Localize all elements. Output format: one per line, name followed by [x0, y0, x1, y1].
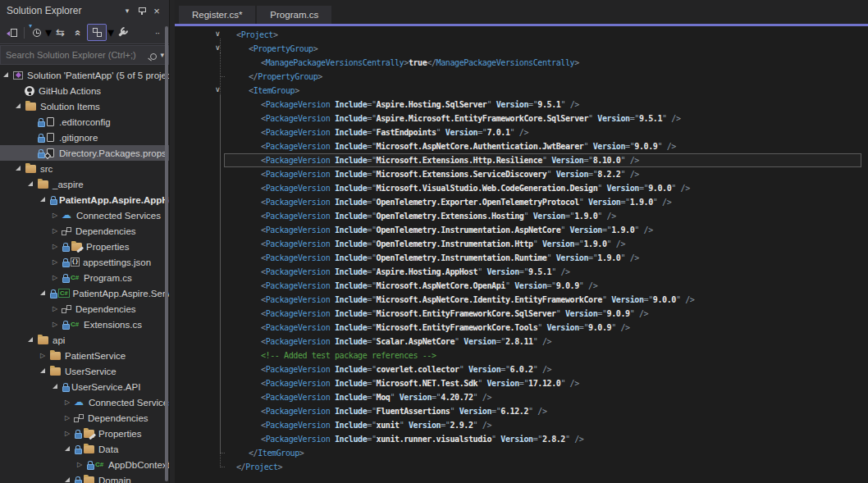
- panel-menu-button[interactable]: ▾: [120, 3, 135, 18]
- tree-item-dependencies[interactable]: ▷Dependencies: [0, 410, 170, 426]
- auto-hide-pin-button[interactable]: [135, 3, 149, 18]
- tree-item-aspire[interactable]: _aspire: [0, 176, 170, 192]
- code-line[interactable]: </ItemGroup>: [236, 446, 868, 460]
- editor-tab-register-cs[interactable]: Register.cs*: [179, 6, 255, 24]
- expander-expanded-icon[interactable]: [39, 195, 48, 204]
- expander-expanded-icon[interactable]: [14, 164, 23, 173]
- code-line[interactable]: <PackageVersion Include="OpenTelemetry.I…: [236, 223, 868, 237]
- expander-collapsed-icon[interactable]: ▷: [51, 242, 60, 251]
- pending-changes-filter-button[interactable]: [29, 24, 44, 42]
- tree-item-patientapp-aspire-servicedefaults[interactable]: C#PatientApp.Aspire.ServiceDefaults: [0, 285, 170, 301]
- expander-expanded-icon[interactable]: [63, 444, 72, 453]
- expander-collapsed-icon[interactable]: ▷: [51, 257, 60, 267]
- code-line[interactable]: <PackageVersion Include="Microsoft.Exten…: [236, 153, 868, 167]
- tree-item-userservice-api[interactable]: UserService.API: [0, 379, 170, 394]
- expander-expanded-icon[interactable]: [14, 102, 23, 111]
- code-line[interactable]: <PackageVersion Include="Aspire.Microsof…: [236, 112, 868, 125]
- tree-item-appdbcontext-cs[interactable]: ▷C#AppDbContext.cs: [0, 457, 170, 472]
- tree-item-gitignore[interactable]: .gitignore: [0, 130, 170, 145]
- code-line[interactable]: <ItemGroup>: [236, 84, 868, 98]
- tree-item-github-actions[interactable]: GitHub Actions: [0, 83, 170, 98]
- chevron-down-icon[interactable]: ▾: [45, 25, 52, 40]
- tree-item-extensions-cs[interactable]: ▷C#Extensions.cs: [0, 317, 170, 332]
- code-line[interactable]: <PackageVersion Include="Microsoft.NET.T…: [236, 376, 868, 390]
- code-line[interactable]: <ManagePackageVersionsCentrally>true</Ma…: [236, 56, 868, 70]
- code-line[interactable]: </Project>: [236, 460, 868, 474]
- fold-collapse-chevron-icon[interactable]: ∨: [215, 30, 221, 38]
- code-line[interactable]: <PackageVersion Include="OpenTelemetry.I…: [236, 237, 868, 251]
- code-line[interactable]: </PropertyGroup>: [236, 70, 868, 84]
- code-line[interactable]: <PackageVersion Include="Microsoft.Visua…: [236, 181, 868, 195]
- code-line[interactable]: <PackageVersion Include="FluentAssertion…: [236, 404, 868, 418]
- code-text-area[interactable]: <Project><PropertyGroup><ManagePackageVe…: [175, 26, 868, 474]
- tree-item-data[interactable]: Data: [0, 441, 170, 457]
- search-input[interactable]: [1, 50, 150, 60]
- code-line[interactable]: <PackageVersion Include="coverlet.collec…: [236, 362, 868, 376]
- tree-item-directory-packages-props[interactable]: Directory.Packages.props: [0, 145, 170, 161]
- expander-collapsed-icon[interactable]: ▷: [39, 351, 48, 360]
- code-line[interactable]: <PackageVersion Include="FastEndpoints" …: [236, 125, 868, 139]
- editor-tab-program-cs[interactable]: Program.cs: [257, 6, 331, 24]
- tree-item-properties[interactable]: ▷Properties: [0, 239, 170, 254]
- expander-expanded-icon[interactable]: [63, 476, 72, 483]
- code-line[interactable]: <PackageVersion Include="Microsoft.AspNe…: [236, 293, 868, 307]
- expander-collapsed-icon[interactable]: ▷: [51, 211, 60, 220]
- code-line[interactable]: <!-- Added test package references -->: [236, 349, 868, 362]
- code-line[interactable]: <PackageVersion Include="OpenTelemetry.I…: [236, 251, 868, 265]
- tree-item-src[interactable]: src: [0, 161, 170, 176]
- code-line[interactable]: <PackageVersion Include="Microsoft.AspNe…: [236, 279, 868, 293]
- tree-item-solution-patientapp-5-of-5-projects[interactable]: Solution 'PatientApp' (5 of 5 projects): [0, 67, 170, 83]
- tree-item-domain[interactable]: Domain: [0, 472, 170, 483]
- code-line[interactable]: <PackageVersion Include="Aspire.Hosting.…: [236, 98, 868, 112]
- expander-collapsed-icon[interactable]: ▷: [63, 429, 72, 438]
- expander-collapsed-icon[interactable]: ▷: [75, 460, 85, 469]
- code-line[interactable]: <PackageVersion Include="Microsoft.Exten…: [236, 167, 868, 181]
- expander-collapsed-icon[interactable]: ▷: [51, 320, 60, 329]
- code-line[interactable]: <PackageVersion Include="Microsoft.Entit…: [236, 321, 868, 335]
- tree-item-solution-items[interactable]: Solution Items: [0, 98, 170, 114]
- tree-item-dependencies[interactable]: ▷Dependencies: [0, 223, 170, 239]
- sync-with-active-document-button[interactable]: ⇆: [53, 24, 68, 42]
- expander-collapsed-icon[interactable]: ▷: [51, 304, 60, 313]
- tree-item-program-cs[interactable]: ▷C#Program.cs: [0, 270, 170, 285]
- properties-wrench-button[interactable]: [115, 24, 130, 42]
- code-line[interactable]: <PackageVersion Include="Microsoft.AspNe…: [236, 139, 868, 153]
- code-line[interactable]: <PropertyGroup>: [236, 42, 868, 56]
- code-line[interactable]: <PackageVersion Include="xunit" Version=…: [236, 418, 868, 432]
- code-line[interactable]: <PackageVersion Include="Scalar.AspNetCo…: [236, 335, 868, 349]
- code-line[interactable]: <PackageVersion Include="OpenTelemetry.E…: [236, 209, 868, 223]
- expander-collapsed-icon[interactable]: ▷: [63, 398, 72, 407]
- scrollbar-thumb[interactable]: [165, 26, 168, 481]
- tree-item-userservice[interactable]: UserService: [0, 363, 170, 379]
- fold-collapse-chevron-icon[interactable]: ∨: [215, 86, 221, 93]
- overflow-button[interactable]: ··: [149, 24, 165, 42]
- code-editor[interactable]: ∨∨∨ <Project><PropertyGroup><ManagePacka…: [175, 26, 868, 483]
- code-line[interactable]: <PackageVersion Include="xunit.runner.vi…: [236, 432, 868, 446]
- collapse-all-button[interactable]: «: [70, 24, 85, 42]
- tree-item-editorconfig[interactable]: .editorconfig: [0, 114, 170, 130]
- code-line[interactable]: <PackageVersion Include="Microsoft.Entit…: [236, 307, 868, 321]
- expander-expanded-icon[interactable]: [39, 289, 48, 298]
- expander-collapsed-icon[interactable]: ▷: [63, 413, 72, 422]
- code-line[interactable]: <PackageVersion Include="OpenTelemetry.E…: [236, 195, 868, 209]
- close-panel-button[interactable]: ×: [149, 3, 164, 18]
- search-options-chevron-icon[interactable]: ▾: [160, 52, 164, 59]
- tree-item-appsettings-json[interactable]: ▷{}appsettings.json: [0, 254, 170, 270]
- tree-item-connected-services[interactable]: ▷☁Connected Services: [0, 394, 170, 410]
- tree-item-connected-services[interactable]: ▷☁Connected Services: [0, 207, 170, 223]
- tree-item-patientservice[interactable]: ▷PatientService: [0, 348, 170, 363]
- show-all-files-button[interactable]: [87, 24, 107, 41]
- code-line[interactable]: <PackageVersion Include="Moq" Version="4…: [236, 390, 868, 404]
- tree-item-api[interactable]: api: [0, 332, 170, 348]
- expander-collapsed-icon[interactable]: ▷: [51, 273, 60, 282]
- chevron-down-icon[interactable]: ▾: [107, 25, 114, 40]
- expander-collapsed-icon[interactable]: ▷: [51, 226, 60, 235]
- code-line[interactable]: <PackageVersion Include="Aspire.Hosting.…: [236, 265, 868, 279]
- code-line[interactable]: <Project>: [236, 28, 868, 42]
- expander-expanded-icon[interactable]: [26, 180, 35, 189]
- sync-selection-button[interactable]: [4, 24, 20, 42]
- expander-expanded-icon[interactable]: [26, 335, 35, 344]
- expander-expanded-icon[interactable]: [51, 382, 60, 391]
- expander-expanded-icon[interactable]: [2, 71, 11, 80]
- fold-collapse-chevron-icon[interactable]: ∨: [215, 44, 221, 52]
